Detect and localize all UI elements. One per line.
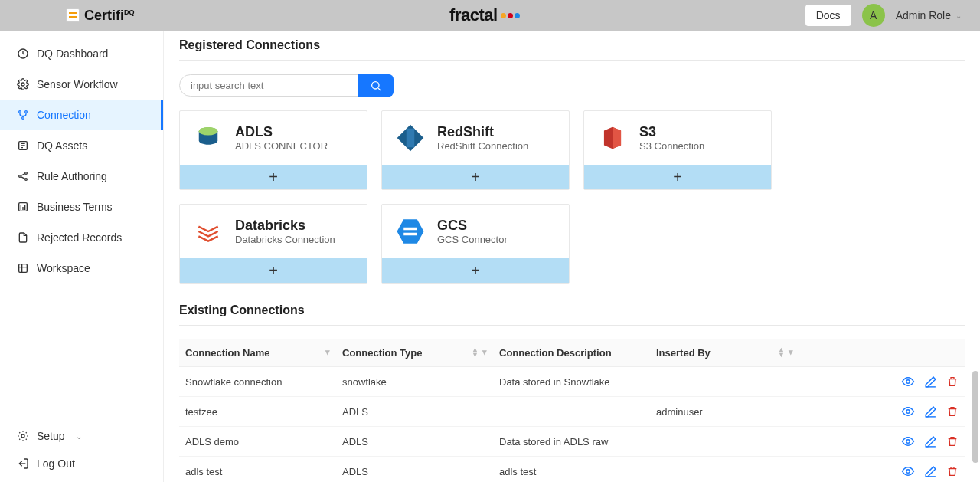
- card-subtitle: GCS Connector: [437, 234, 508, 245]
- search-button[interactable]: [358, 74, 394, 97]
- delete-button[interactable]: [946, 375, 959, 388]
- sidebar-item-dq-dashboard[interactable]: DQ Dashboard: [0, 38, 163, 69]
- connector-card-s3: S3 S3 Connection +: [583, 110, 772, 190]
- edit-button[interactable]: [924, 405, 937, 418]
- connections-table: Connection Name ▾ Connection Type ▾ ▲▼ C…: [179, 339, 965, 482]
- svg-point-20: [906, 380, 910, 384]
- add-redshift-button[interactable]: +: [382, 165, 569, 189]
- adls-icon: [192, 122, 224, 154]
- eye-icon: [901, 375, 915, 389]
- sidebar-item-label: Rejected Records: [37, 231, 122, 244]
- divider: [179, 60, 965, 61]
- svg-point-14: [199, 127, 218, 136]
- sidebar: DQ Dashboard Sensor Workflow Connection …: [0, 31, 164, 482]
- fractal-dots-icon: [501, 13, 520, 18]
- trash-icon: [946, 465, 959, 477]
- view-button[interactable]: [901, 405, 915, 418]
- chevron-down-icon: ⌄: [76, 432, 82, 441]
- delete-button[interactable]: [946, 435, 959, 448]
- svg-point-12: [372, 81, 379, 88]
- col-connection-type[interactable]: Connection Type ▾ ▲▼: [336, 339, 493, 367]
- trash-icon: [946, 405, 959, 418]
- view-button[interactable]: [901, 375, 915, 389]
- topbar-right: Docs A Admin Role ⌄: [805, 4, 968, 27]
- sidebar-item-rule-authoring[interactable]: Rule Authoring: [0, 161, 163, 192]
- cell-type: ADLS: [336, 457, 493, 483]
- col-label: Inserted By: [656, 347, 710, 359]
- sidebar-item-sensor-workflow[interactable]: Sensor Workflow: [0, 69, 163, 100]
- sidebar-item-rejected-records[interactable]: Rejected Records: [0, 222, 163, 253]
- svg-point-6: [19, 175, 21, 178]
- sidebar-item-label: Rule Authoring: [37, 170, 107, 182]
- card-title: GCS: [437, 218, 508, 234]
- avatar[interactable]: A: [862, 4, 885, 27]
- cell-name: Snowflake connection: [179, 367, 336, 397]
- edit-button[interactable]: [924, 435, 937, 448]
- sidebar-item-label: DQ Dashboard: [37, 48, 108, 60]
- sidebar-item-logout[interactable]: Log Out: [0, 450, 163, 477]
- sidebar-item-connection[interactable]: Connection: [0, 100, 163, 130]
- cell-desc: adls test: [493, 457, 650, 483]
- add-s3-button[interactable]: +: [584, 165, 771, 189]
- role-dropdown[interactable]: Admin Role ⌄: [896, 9, 968, 21]
- col-inserted-by[interactable]: Inserted By ▾ ▲▼: [650, 339, 799, 367]
- divider: [179, 325, 965, 326]
- eye-icon: [901, 434, 915, 448]
- col-actions: [799, 339, 965, 367]
- brand-name: CertifiDQ: [84, 8, 135, 24]
- sort-icon[interactable]: ▲▼: [778, 347, 784, 358]
- cell-by: [650, 457, 799, 483]
- section-title-registered: Registered Connections: [179, 38, 965, 52]
- gear-icon: [17, 430, 29, 442]
- card-title: ADLS: [235, 124, 328, 140]
- add-gcs-button[interactable]: +: [382, 258, 569, 283]
- sidebar-item-workspace[interactable]: Workspace: [0, 253, 163, 284]
- connector-card-databricks: Databricks Databricks Connection +: [179, 204, 368, 284]
- sidebar-item-setup[interactable]: Setup ⌄: [0, 422, 163, 450]
- branch-icon: [17, 109, 29, 121]
- svg-point-22: [906, 440, 910, 444]
- view-button[interactable]: [901, 464, 915, 478]
- sidebar-item-business-terms[interactable]: Business Terms: [0, 192, 163, 222]
- delete-button[interactable]: [946, 405, 959, 418]
- col-connection-desc[interactable]: Connection Description: [493, 339, 650, 367]
- col-connection-name[interactable]: Connection Name ▾: [179, 339, 336, 367]
- connector-card-adls: ADLS ADLS CONNECTOR +: [179, 110, 368, 190]
- delete-button[interactable]: [946, 465, 959, 477]
- card-subtitle: ADLS CONNECTOR: [235, 140, 328, 152]
- edit-button[interactable]: [924, 375, 937, 389]
- scrollbar[interactable]: [972, 371, 978, 463]
- sidebar-item-label: Setup: [37, 430, 65, 442]
- fractal-logo-text: fractal: [449, 5, 498, 25]
- svg-rect-10: [19, 264, 28, 273]
- edit-button[interactable]: [924, 465, 937, 478]
- view-button[interactable]: [901, 434, 915, 448]
- nav-bottom: Setup ⌄ Log Out: [0, 422, 163, 482]
- svg-point-4: [22, 117, 24, 120]
- sidebar-item-dq-assets[interactable]: DQ Assets: [0, 130, 163, 161]
- cell-type: snowflake: [336, 367, 493, 397]
- search-input[interactable]: [179, 74, 358, 97]
- sidebar-item-label: Sensor Workflow: [37, 78, 118, 90]
- filter-icon[interactable]: ▾: [325, 347, 330, 357]
- docs-button[interactable]: Docs: [805, 5, 851, 26]
- filter-icon[interactable]: ▾: [789, 347, 793, 357]
- sort-icon[interactable]: ▲▼: [472, 347, 478, 358]
- edit-icon: [924, 375, 937, 389]
- filter-icon[interactable]: ▾: [482, 347, 487, 357]
- add-adls-button[interactable]: +: [180, 165, 367, 189]
- add-databricks-button[interactable]: +: [180, 258, 367, 283]
- dashboard-icon: [17, 48, 29, 60]
- search-bar: [179, 74, 394, 97]
- brand-logo-icon: [66, 8, 80, 22]
- cell-type: ADLS: [336, 427, 493, 457]
- table-row: testzee ADLS adminuser: [179, 397, 965, 427]
- top-bar: CertifiDQ fractal Docs A Admin Role ⌄: [0, 0, 980, 31]
- center-logo: fractal: [164, 5, 805, 25]
- card-title: S3: [639, 124, 704, 140]
- sidebar-item-label: Business Terms: [37, 201, 113, 213]
- card-title: RedShift: [437, 124, 528, 140]
- svg-point-8: [25, 179, 28, 181]
- svg-point-2: [19, 111, 21, 113]
- share-icon: [17, 170, 29, 182]
